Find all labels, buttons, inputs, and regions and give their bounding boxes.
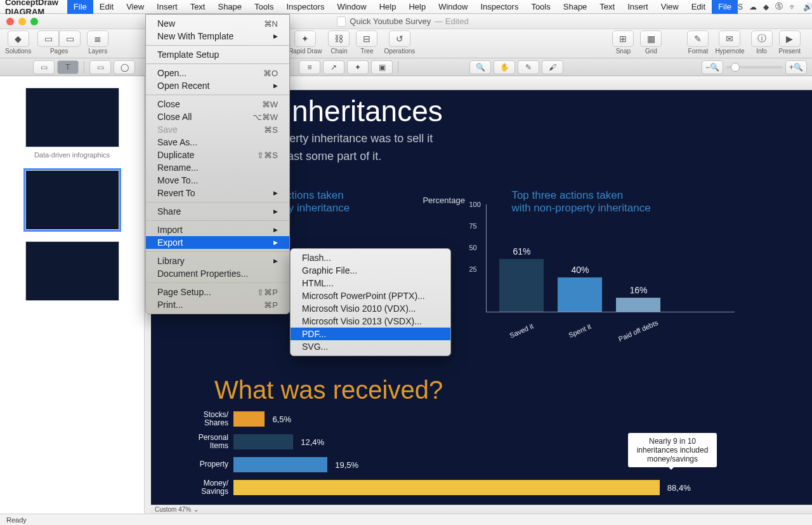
diamond-icon[interactable]: ◆ [763,3,769,11]
menu-item-new-with-template[interactable]: New With Template [146,30,289,43]
menu-item-save: Save⌘S [146,123,289,136]
zoom-level[interactable]: Custom 47% [155,506,191,513]
toolbar-button[interactable]: ⛓ [328,30,350,47]
node-tool[interactable]: ✦ [347,60,369,74]
menu-help[interactable]: Help [402,0,432,14]
menu-item-new[interactable]: New⌘N [146,17,289,30]
chart2-bar-label: 61% [499,246,544,256]
menu-item-save-as-[interactable]: Save As... [146,136,289,149]
menu-item-import[interactable]: Import [146,223,289,236]
menu-edit[interactable]: Edit [93,0,120,14]
toolbar-button[interactable]: ≣ [87,30,108,47]
menu-view[interactable]: View [655,0,685,14]
menu-shape[interactable]: Shape [211,0,248,14]
export-item-microsoft-powerpoint-pptx-[interactable]: Microsoft PowerPoint (PPTX)... [291,289,450,302]
menu-item-template-setup[interactable]: Template Setup [146,48,289,61]
toolbar-group-chain: ⛓Chain [328,30,350,55]
hand-tool[interactable]: ✋ [494,60,515,74]
traffic-lights[interactable] [6,18,38,25]
menu-file[interactable]: File [712,0,738,14]
export-submenu[interactable]: Flash...Graphic File...HTML...Microsoft … [290,248,451,356]
zoom-in-button[interactable]: +🔍 [785,60,807,74]
page-thumbnail[interactable] [25,170,119,230]
brush-tool[interactable]: 🖌 [542,60,563,74]
align-tool[interactable]: ≡ [299,60,320,74]
menu-item-rename-[interactable]: Rename... [146,161,289,174]
toolbar-button[interactable]: ▦ [640,30,662,47]
menu-edit[interactable]: Edit [685,0,712,14]
export-item-flash-[interactable]: Flash... [291,251,450,264]
toolbar-button[interactable]: ✎ [687,30,709,47]
menu-tools[interactable]: Tools [525,0,556,14]
menu-item-library[interactable]: Library [146,255,289,267]
pointer-tool[interactable]: ▭ [33,60,55,74]
toolbar-button[interactable]: ✦ [294,30,316,47]
menu-item-print-[interactable]: Print...⌘P [146,298,289,311]
zoom-tool[interactable]: 🔍 [469,60,491,74]
ellipse-tool[interactable]: ◯ [114,60,135,74]
menu-window[interactable]: Window [331,0,372,14]
toolbar-button[interactable]: ⊟ [356,30,377,47]
rect-tool[interactable]: ▭ [89,60,111,74]
menu-text[interactable]: Text [184,0,212,14]
export-item-microsoft-visio-vdx-[interactable]: Microsoft Visio 2010 (VDX)... [291,302,450,315]
menu-item-share[interactable]: Share [146,205,289,218]
menu-inspectors[interactable]: Inspectors [280,0,331,14]
menu-item-move-to-[interactable]: Move To... [146,174,289,187]
menu-insert[interactable]: Insert [621,0,655,14]
crop-tool[interactable]: ▣ [371,60,393,74]
menu-text[interactable]: Text [593,0,621,14]
menu-item-open-[interactable]: Open...⌘O [146,67,289,79]
received-bar [233,480,660,495]
menu-item-open-recent[interactable]: Open Recent [146,79,289,92]
toolbar-button[interactable]: ↺ [389,30,410,47]
menu-insert[interactable]: Insert [150,0,184,14]
skype-icon[interactable]: Ⓢ [775,1,783,12]
toolbar-button[interactable]: ◆ [8,30,29,47]
text-tool[interactable]: T [57,60,79,74]
file-menu[interactable]: New⌘NNew With TemplateTemplate SetupOpen… [145,14,290,314]
menu-item-page-setup-[interactable]: Page Setup...⇧⌘P [146,286,289,298]
cloud-icon[interactable]: ☁ [749,3,757,11]
volume-icon[interactable]: 🔊 [803,3,812,11]
menu-item-close-all[interactable]: Close All⌥⌘W [146,110,289,123]
toolbar-label: Tree [360,48,373,55]
menu-shape[interactable]: Shape [557,0,594,14]
menu-tools[interactable]: Tools [248,0,280,14]
menu-inspectors[interactable]: Inspectors [474,0,525,14]
export-item-svg-[interactable]: SVG... [291,340,450,353]
toolbar-label: Format [688,48,709,55]
zoom-out-button[interactable]: −🔍 [702,60,723,74]
menu-file[interactable]: File [67,0,93,14]
export-item-microsoft-visio-vsdx-[interactable]: Microsoft Visio 2013 (VSDX)... [291,315,450,328]
menu-item-export[interactable]: Export [146,236,289,249]
zoom-slider[interactable] [726,66,783,69]
menu-item-revert-to[interactable]: Revert To [146,187,289,199]
toolbar-button[interactable]: ⓘ [751,30,773,47]
connect-tool[interactable]: ↗ [323,60,344,74]
menu-window[interactable]: Window [432,0,474,14]
export-item-graphic-file-[interactable]: Graphic File... [291,264,450,277]
toolbar-button[interactable]: ✉ [719,30,740,47]
toolbar-button[interactable]: ⊞ [612,30,634,47]
toolbar-button[interactable]: ▭ [59,30,81,47]
received-bar [233,434,293,449]
menu-view[interactable]: View [120,0,150,14]
export-item-pdf-[interactable]: PDF... [291,328,450,340]
menu-help[interactable]: Help [373,0,403,14]
s-icon[interactable]: S [738,3,743,11]
page-thumbnail[interactable] [25,88,119,147]
wifi-icon[interactable]: ᯤ [789,3,797,11]
export-item-html-[interactable]: HTML... [291,277,450,289]
chart2-ylabel: Percentage [422,196,465,205]
toolbar-group-snap: ⊞Snap [612,30,634,55]
chart2-bar [499,259,544,312]
callout: Nearly 9 in 10 inheritances included mon… [628,433,717,467]
menu-item-duplicate[interactable]: Duplicate⇧⌘S [146,149,289,161]
menu-item-document-properties-[interactable]: Document Properties... [146,267,289,280]
toolbar-button[interactable]: ▭ [37,30,59,47]
eyedrop-tool[interactable]: ✎ [518,60,539,74]
toolbar-button[interactable]: ▶ [779,30,801,47]
page-thumbnail[interactable] [25,241,119,301]
menu-item-close[interactable]: Close⌘W [146,98,289,110]
